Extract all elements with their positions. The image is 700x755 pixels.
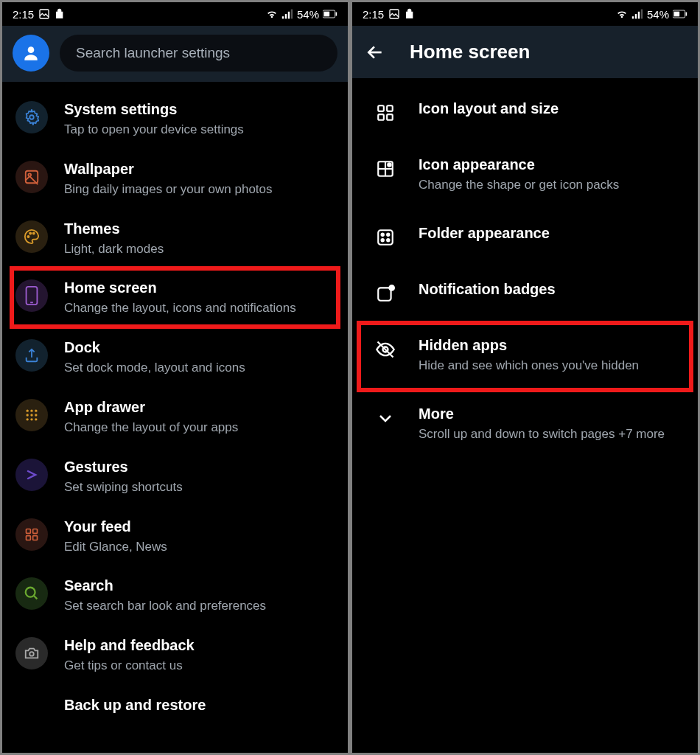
gear-icon bbox=[24, 109, 40, 125]
item-title: Dock bbox=[64, 339, 335, 356]
upload-icon bbox=[24, 347, 40, 363]
signal-icon bbox=[631, 8, 643, 20]
svg-rect-3 bbox=[288, 12, 290, 19]
item-gestures[interactable]: GesturesSet swiping shortcuts bbox=[2, 447, 348, 507]
svg-rect-4 bbox=[291, 10, 293, 19]
bag-icon bbox=[405, 8, 416, 20]
svg-point-56 bbox=[389, 285, 394, 290]
item-title: System settings bbox=[64, 101, 335, 118]
svg-rect-1 bbox=[282, 16, 284, 18]
eye-off-icon bbox=[375, 339, 396, 360]
item-sub: Get tips or contact us bbox=[64, 657, 335, 675]
back-button[interactable] bbox=[365, 43, 385, 62]
page-title: Home screen bbox=[410, 41, 530, 63]
item-sub: Set search bar look and preferences bbox=[64, 597, 335, 615]
bag-icon bbox=[55, 8, 66, 20]
svg-point-17 bbox=[27, 409, 29, 411]
svg-rect-35 bbox=[635, 14, 637, 18]
item-sub: Change the shape or get icon packs bbox=[419, 176, 677, 194]
wifi-icon bbox=[616, 8, 628, 20]
svg-rect-26 bbox=[27, 529, 31, 533]
item-title: Wallpaper bbox=[64, 161, 335, 178]
item-title: Help and feedback bbox=[64, 637, 335, 654]
phone-right: 2:15 54% Home screen Icon layout and siz… bbox=[352, 2, 698, 753]
signal-icon bbox=[281, 8, 293, 20]
svg-point-53 bbox=[382, 239, 384, 241]
item-sub: Change the layout of your apps bbox=[64, 419, 335, 436]
item-title: Home screen bbox=[64, 279, 335, 296]
svg-rect-43 bbox=[387, 105, 393, 111]
svg-rect-34 bbox=[632, 16, 634, 18]
svg-rect-42 bbox=[378, 105, 384, 111]
svg-point-14 bbox=[33, 232, 35, 234]
item-folder-appearance[interactable]: Folder appearance bbox=[352, 210, 698, 266]
svg-rect-7 bbox=[336, 13, 337, 16]
camera-icon bbox=[24, 645, 40, 661]
svg-point-32 bbox=[29, 652, 34, 656]
item-title: Folder appearance bbox=[419, 225, 677, 242]
wifi-icon bbox=[266, 8, 278, 20]
svg-point-54 bbox=[387, 239, 389, 241]
apps-icon bbox=[24, 527, 39, 542]
item-dock[interactable]: DockSet dock mode, layout and icons bbox=[2, 327, 348, 387]
svg-rect-44 bbox=[378, 114, 384, 120]
settings-list: System settingsTap to open your device s… bbox=[2, 82, 348, 753]
item-your-feed[interactable]: Your feedEdit Glance, News bbox=[2, 507, 348, 566]
chevron-right-icon bbox=[24, 467, 39, 482]
item-notification-badges[interactable]: Notification badges bbox=[352, 266, 698, 322]
item-sub: Set swiping shortcuts bbox=[64, 479, 335, 496]
home-screen-list: Icon layout and size Icon appearanceChan… bbox=[352, 78, 698, 753]
svg-line-31 bbox=[34, 596, 38, 599]
item-icon-appearance[interactable]: Icon appearanceChange the shape or get i… bbox=[352, 142, 698, 210]
svg-point-21 bbox=[30, 414, 32, 416]
item-title: More bbox=[419, 406, 677, 422]
search-icon bbox=[24, 585, 40, 602]
svg-rect-27 bbox=[33, 529, 38, 533]
svg-rect-50 bbox=[378, 230, 393, 245]
image-icon bbox=[24, 169, 40, 185]
item-wallpaper[interactable]: WallpaperBing daily images or your own p… bbox=[2, 149, 348, 209]
svg-point-30 bbox=[26, 588, 35, 597]
status-time: 2:15 bbox=[363, 8, 384, 21]
chevron-down-icon bbox=[377, 409, 394, 427]
svg-point-23 bbox=[27, 418, 29, 420]
item-sub: Tap to open your device settings bbox=[64, 121, 335, 139]
svg-rect-2 bbox=[285, 14, 287, 18]
image-icon bbox=[38, 8, 50, 20]
header: Home screen bbox=[352, 26, 698, 78]
status-bar: 2:15 54% bbox=[352, 2, 698, 26]
avatar[interactable] bbox=[13, 35, 49, 72]
image-icon bbox=[388, 8, 400, 20]
svg-rect-55 bbox=[378, 288, 391, 300]
item-hidden-apps[interactable]: Hidden appsHide and see which ones you'v… bbox=[352, 322, 698, 391]
item-title: Gestures bbox=[64, 459, 335, 476]
svg-point-13 bbox=[29, 232, 31, 234]
search-input[interactable]: Search launcher settings bbox=[60, 35, 337, 72]
item-sub: Hide and see which ones you've hidden bbox=[419, 357, 677, 375]
item-home-screen[interactable]: Home screenChange the layout, icons and … bbox=[2, 268, 348, 327]
svg-point-25 bbox=[35, 418, 37, 420]
person-icon bbox=[21, 44, 41, 63]
battery-icon bbox=[323, 10, 337, 18]
item-sub: Change the layout, icons and notificatio… bbox=[64, 299, 335, 317]
item-title: App drawer bbox=[64, 399, 335, 416]
item-title: Icon appearance bbox=[419, 156, 677, 173]
svg-rect-45 bbox=[387, 114, 393, 120]
svg-point-22 bbox=[35, 414, 37, 416]
svg-point-24 bbox=[30, 418, 32, 420]
shapes-icon bbox=[376, 159, 395, 178]
item-icon-layout[interactable]: Icon layout and size bbox=[352, 86, 698, 142]
svg-point-19 bbox=[35, 409, 37, 411]
item-more[interactable]: MoreScroll up and down to switch pages +… bbox=[352, 391, 698, 459]
item-app-drawer[interactable]: App drawerChange the layout of your apps bbox=[2, 387, 348, 447]
grid-icon bbox=[376, 103, 395, 122]
item-sub: Set dock mode, layout and icons bbox=[64, 359, 335, 377]
item-system-settings[interactable]: System settingsTap to open your device s… bbox=[2, 89, 348, 149]
item-title: Hidden apps bbox=[419, 337, 677, 354]
item-backup-restore[interactable]: Back up and restore bbox=[2, 685, 348, 729]
item-help-feedback[interactable]: Help and feedbackGet tips or contact us bbox=[2, 625, 348, 685]
phone-left: 2:15 54% Search launcher settings System… bbox=[2, 2, 348, 753]
item-themes[interactable]: ThemesLight, dark modes bbox=[2, 209, 348, 268]
status-bar: 2:15 54% bbox=[2, 2, 348, 26]
item-search[interactable]: SearchSet search bar look and preference… bbox=[2, 566, 348, 625]
